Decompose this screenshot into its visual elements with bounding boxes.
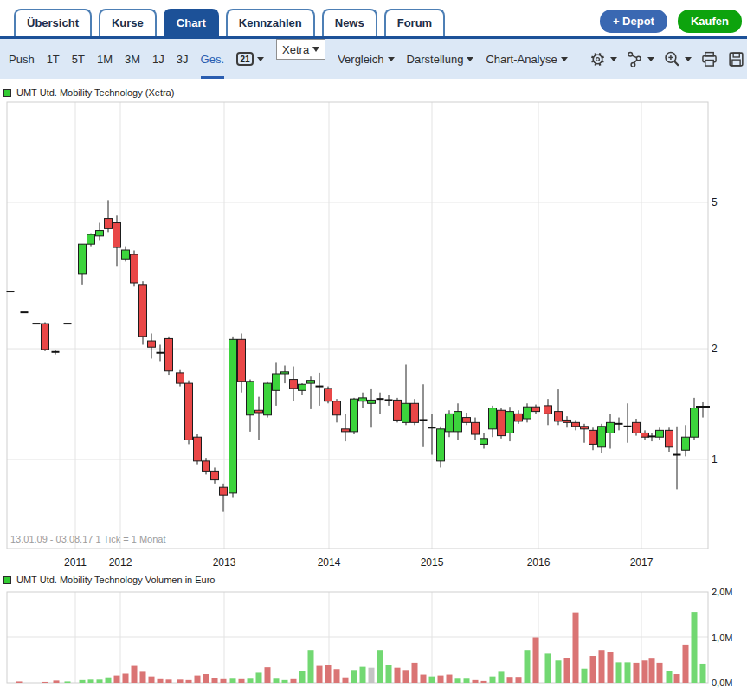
candle-body xyxy=(148,341,156,347)
menu-label: Darstellung xyxy=(407,53,464,66)
calendar-button[interactable]: 21 xyxy=(236,39,264,79)
volume-bar xyxy=(274,678,280,683)
candle-body xyxy=(437,429,445,461)
gear-button[interactable] xyxy=(589,50,617,68)
volume-bar xyxy=(88,679,94,683)
save-button[interactable] xyxy=(727,50,747,68)
candle-body xyxy=(264,383,272,415)
price-volume-chart[interactable]: 20112012201320142015201620175212,0M1,0M0… xyxy=(0,83,747,700)
volume-bar xyxy=(481,681,487,683)
tab-kennzahlen[interactable]: Kennzahlen xyxy=(226,9,315,36)
candle-body xyxy=(581,427,589,429)
candle-body xyxy=(555,412,563,421)
volume-bar xyxy=(412,663,418,683)
candle-body xyxy=(139,285,147,337)
price-series-legend: UMT Utd. Mobility Technology (Xetra) xyxy=(3,87,174,98)
candlestick-series xyxy=(7,200,711,511)
volume-bar xyxy=(65,681,71,683)
icon-toolbar xyxy=(580,39,747,79)
candle-body xyxy=(96,231,104,236)
add-depot-button[interactable]: + Depot xyxy=(600,10,667,33)
volume-bar xyxy=(516,677,522,683)
volume-bar xyxy=(545,653,551,683)
candle-body xyxy=(342,429,350,432)
candle-body xyxy=(290,380,298,389)
volume-bar xyxy=(16,681,23,683)
print-icon xyxy=(700,50,718,68)
volume-tick-label: 2,0M xyxy=(712,587,732,597)
tab-chart[interactable]: Chart xyxy=(164,9,219,36)
zoom-in-button[interactable] xyxy=(663,50,692,68)
candle-body xyxy=(572,422,580,426)
candle-body xyxy=(131,254,138,283)
tab-list: ÜbersichtKurseChartKennzahlenNewsForum xyxy=(14,9,452,36)
menu-group: VergleichDarstellungChart-Analyse xyxy=(338,39,580,79)
range-1j[interactable]: 1J xyxy=(152,39,164,79)
candle-body xyxy=(544,406,552,414)
volume-bar xyxy=(667,671,673,683)
volume-bar xyxy=(507,677,513,683)
calendar-icon: 21 xyxy=(236,52,254,66)
volume-bar xyxy=(674,674,680,683)
share-button[interactable] xyxy=(626,50,654,68)
volume-bar xyxy=(177,679,184,683)
candle-body xyxy=(394,400,402,420)
candle-body xyxy=(691,408,699,438)
candle-body xyxy=(359,398,367,401)
volume-bar xyxy=(490,677,496,683)
zoom-in-icon xyxy=(663,50,681,68)
range-1t[interactable]: 1T xyxy=(47,39,60,79)
menu-darstellung[interactable]: Darstellung xyxy=(407,39,474,79)
menu-vergleich[interactable]: Vergleich xyxy=(338,39,394,79)
range-5t[interactable]: 5T xyxy=(72,39,85,79)
candle-body xyxy=(87,234,95,244)
volume-bar xyxy=(455,678,461,683)
exchange-select[interactable]: Xetra xyxy=(276,39,325,60)
series-swatch-icon xyxy=(3,576,11,584)
candle-body xyxy=(273,374,280,390)
volume-bar xyxy=(429,677,435,683)
volume-bar xyxy=(625,662,631,683)
x-axis-year-label: 2016 xyxy=(527,556,551,568)
candle-body xyxy=(472,422,480,434)
volume-bar xyxy=(649,658,655,683)
volume-bar xyxy=(195,676,201,683)
volume-bar xyxy=(421,675,427,683)
candle-body xyxy=(532,407,540,411)
tab-kurse[interactable]: Kurse xyxy=(99,9,157,36)
tab-forum[interactable]: Forum xyxy=(384,9,445,36)
tab-news[interactable]: News xyxy=(322,9,377,36)
x-axis-year-label: 2015 xyxy=(421,556,444,568)
volume-bar xyxy=(608,652,614,683)
volume-series-label: UMT Utd. Mobility Technology Volumen in … xyxy=(16,575,215,585)
volume-bar xyxy=(499,671,505,683)
tab-uebersicht[interactable]: Übersicht xyxy=(14,9,92,36)
volume-bar xyxy=(239,679,245,683)
buy-button[interactable]: Kaufen xyxy=(678,10,742,33)
range-3m[interactable]: 3M xyxy=(125,39,140,79)
range-push[interactable]: Push xyxy=(9,39,35,79)
candle-body xyxy=(589,430,597,444)
print-button[interactable] xyxy=(700,50,718,68)
x-axis-year-label: 2012 xyxy=(109,556,132,568)
share-icon xyxy=(626,50,644,68)
volume-bar xyxy=(203,674,209,683)
menu-chart-analyse[interactable]: Chart-Analyse xyxy=(486,39,567,79)
volume-bar xyxy=(582,669,588,683)
volume-bar xyxy=(212,678,218,683)
volume-series-legend: UMT Utd. Mobility Technology Volumen in … xyxy=(3,575,215,585)
chevron-down-icon xyxy=(647,57,654,61)
volume-bar xyxy=(447,675,453,683)
volume-bar xyxy=(317,666,323,683)
volume-bar xyxy=(106,678,112,683)
range-ges-[interactable]: Ges. xyxy=(201,39,224,79)
range-1m[interactable]: 1M xyxy=(97,39,113,79)
price-series-label: UMT Utd. Mobility Technology (Xetra) xyxy=(16,87,174,98)
range-3j[interactable]: 3J xyxy=(177,39,189,79)
candle-body xyxy=(563,420,571,422)
volume-bar xyxy=(556,660,562,683)
candle-body xyxy=(281,372,289,374)
volume-bar xyxy=(464,678,470,683)
volume-bar xyxy=(166,679,172,683)
volume-bar xyxy=(325,665,332,683)
